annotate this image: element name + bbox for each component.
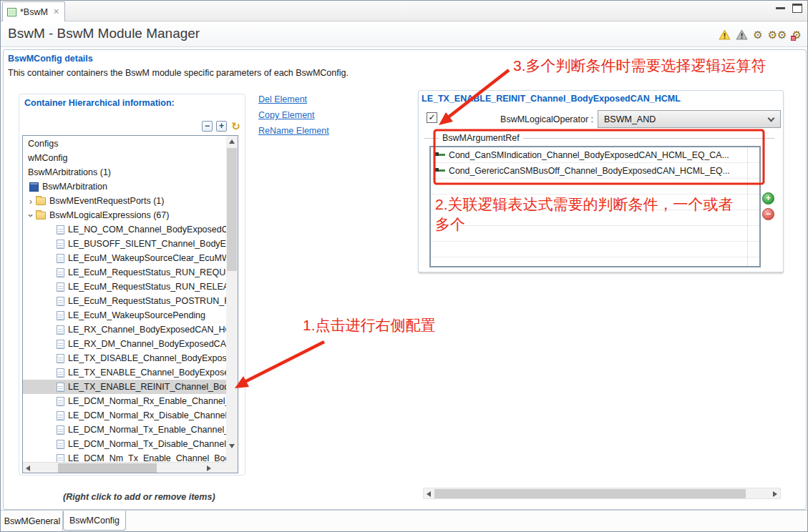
- tree-item[interactable]: LE_BUSOFF_SILENT_Channel_BodyExpo: [23, 237, 226, 251]
- tree-item[interactable]: LE_NO_COM_Channel_BodyExposedCA: [23, 222, 226, 237]
- tree-item[interactable]: LE_RX_Channel_BodyExposedCAN_HCM: [23, 322, 226, 337]
- scroll-left-icon[interactable]: [427, 491, 431, 497]
- warning-yellow-icon[interactable]: [719, 29, 731, 40]
- document-icon: [57, 397, 64, 406]
- remove-argument-button[interactable]: −: [762, 208, 774, 220]
- chevron-collapsed-icon[interactable]: ›: [26, 196, 36, 207]
- argument-row[interactable]: Cond_CanSMIndication_Channel_BodyExposed…: [431, 147, 759, 163]
- tree-item[interactable]: BswMArbitration: [23, 179, 226, 194]
- tree-hscroll-thumb[interactable]: [58, 463, 157, 473]
- tree-item[interactable]: LE_EcuM_WakeupSourcePending: [23, 308, 226, 322]
- tree-vscroll-thumb[interactable]: [227, 148, 237, 271]
- scroll-left-icon[interactable]: [26, 466, 30, 471]
- argument-ref-icon: [435, 168, 446, 174]
- tree-item[interactable]: LE_TX_DISABLE_Channel_BodyExposed: [23, 351, 226, 365]
- tree-item[interactable]: LE_DCM_Normal_Rx_Disable_Channel_E: [23, 408, 226, 423]
- argument-list-column-line: [747, 147, 748, 266]
- file-icon: [7, 8, 16, 16]
- collapse-all-icon[interactable]: −: [202, 121, 213, 132]
- folder-icon: [36, 212, 46, 220]
- tree-item[interactable]: LE_EcuM_WakeupSourceClear_EcuMW: [23, 251, 226, 265]
- gear-double-icon[interactable]: ⚙⚙: [768, 29, 787, 40]
- chevron-expanded-icon[interactable]: ›: [26, 210, 36, 221]
- tree-item-label: LE_TX_ENABLE_REINIT_Channel_BodyE: [68, 382, 226, 392]
- tree-item[interactable]: LE_EcuM_RequestStatus_RUN_REQUES: [23, 265, 226, 280]
- tab-bswmgeneral[interactable]: BswMGeneral: [2, 511, 63, 531]
- link-del-element[interactable]: Del Element: [258, 94, 329, 104]
- tree-header: Container Hierarchical information:: [24, 98, 175, 108]
- tree-item[interactable]: LE_DCM_Nm_Tx_Enable_Channel_Body: [23, 451, 226, 463]
- operator-select[interactable]: BSWM_AND: [598, 110, 781, 128]
- argument-label: Cond_CanSMIndication_Channel_BodyExposed…: [449, 150, 729, 160]
- tree-item[interactable]: LE_DCM_Normal_Tx_Enable_Channel_B: [23, 423, 226, 437]
- argument-row-empty[interactable]: [431, 179, 759, 194]
- document-icon: [57, 282, 64, 292]
- scroll-right-icon[interactable]: [207, 466, 211, 471]
- document-icon: [57, 440, 64, 449]
- argument-label: Cond_GerericCanSMBusOff_Channel_BodyExpo…: [449, 166, 730, 176]
- right-click-hint: (Right click to add or remove items): [63, 492, 215, 502]
- panel-horizontal-scrollbar[interactable]: [423, 488, 781, 499]
- folder-icon: [36, 197, 46, 205]
- panel-hscroll-thumb[interactable]: [434, 489, 746, 498]
- tree-item[interactable]: ›BswMLogicalExpressions (67): [23, 208, 226, 222]
- tab-bswmconfig[interactable]: BswMConfig: [63, 511, 126, 531]
- gear-refresh-icon[interactable]: ⚙: [753, 29, 762, 40]
- expand-all-icon[interactable]: +: [216, 121, 227, 132]
- tree-item-label: BswMEventRequestPorts (1): [49, 196, 164, 206]
- document-icon: [57, 383, 64, 392]
- document-icon: [57, 368, 64, 378]
- tree-item[interactable]: Configs: [23, 137, 226, 151]
- tree-item[interactable]: LE_TX_ENABLE_Channel_BodyExposed: [23, 365, 226, 380]
- document-icon: [57, 254, 64, 263]
- tree-item-label: LE_DCM_Normal_Rx_Enable_Channel_B: [68, 396, 226, 406]
- module-header: BswM - BswM Module Manager ⚙ ⚙⚙ ⚙: [1, 21, 808, 47]
- warning-gray-icon[interactable]: [736, 29, 748, 40]
- tree-item[interactable]: LE_DCM_Normal_Tx_Disable_Channel_E: [23, 437, 226, 451]
- tree-item[interactable]: wMConfig: [23, 151, 226, 165]
- section-description: This container containers the BswM modul…: [8, 68, 349, 78]
- logical-operator-checkbox[interactable]: ✓: [427, 112, 437, 123]
- document-icon: [57, 354, 64, 363]
- tree-item-label: LE_DCM_Normal_Tx_Disable_Channel_E: [68, 439, 226, 449]
- editor-tab-bswm[interactable]: *BswM ✕: [2, 1, 65, 21]
- scroll-down-icon[interactable]: [229, 444, 235, 448]
- tree-horizontal-scrollbar[interactable]: [23, 462, 227, 473]
- tree-item[interactable]: LE_EcuM_RequestStatus_RUN_RELEASE: [23, 280, 226, 294]
- refresh-icon[interactable]: ↻: [230, 121, 241, 132]
- document-icon: [57, 225, 64, 235]
- operator-label: BswMLogicalOperator :: [466, 114, 593, 124]
- tree-item[interactable]: LE_RX_DM_Channel_BodyExposedCAN: [23, 337, 226, 351]
- argument-row-empty[interactable]: [431, 242, 759, 257]
- document-icon: [57, 425, 64, 435]
- tree-item[interactable]: BswMArbitrations (1): [23, 165, 226, 179]
- argument-row[interactable]: Cond_GerericCanSMBusOff_Channel_BodyExpo…: [431, 163, 759, 179]
- minimize-icon[interactable]: [776, 7, 785, 9]
- bottom-tab-bar: BswMGeneral BswMConfig: [1, 510, 808, 532]
- tree-item-label: BswMArbitrations (1): [28, 167, 111, 177]
- element-actions: Del ElementCopy ElementReName Element: [258, 94, 329, 136]
- scroll-up-icon[interactable]: [229, 139, 235, 144]
- tree-vertical-scrollbar[interactable]: [226, 136, 238, 463]
- hierarchy-tree: ConfigswMConfigBswMArbitrations (1)BswMA…: [22, 135, 238, 473]
- tree-item[interactable]: LE_EcuM_RequestStatus_POSTRUN_RE: [23, 294, 226, 308]
- page-title: BswM - BswM Module Manager: [8, 26, 200, 41]
- close-icon[interactable]: ✕: [53, 7, 59, 16]
- document-icon: [57, 411, 64, 420]
- section-title: BswMConfig details: [8, 54, 93, 64]
- scroll-right-icon[interactable]: [773, 491, 777, 497]
- argument-group-label: BswMArgumentRef: [439, 133, 523, 143]
- tree-item-label: LE_NO_COM_Channel_BodyExposedCA: [68, 225, 226, 235]
- link-rename-element[interactable]: ReName Element: [258, 126, 329, 136]
- gear-grid-icon[interactable]: ⚙: [792, 29, 802, 40]
- tree-item-label: LE_TX_ENABLE_Channel_BodyExposed: [68, 368, 226, 378]
- tree-item[interactable]: ›BswMEventRequestPorts (1): [23, 194, 226, 208]
- link-copy-element[interactable]: Copy Element: [258, 110, 329, 120]
- tree-item[interactable]: LE_DCM_Normal_Rx_Enable_Channel_B: [23, 394, 226, 408]
- application-window: *BswM ✕ BswM - BswM Module Manager ⚙ ⚙⚙ …: [0, 0, 808, 532]
- tree-item-label: LE_DCM_Normal_Tx_Enable_Channel_B: [68, 425, 226, 435]
- maximize-icon[interactable]: [792, 4, 802, 13]
- argument-ref-icon: [435, 152, 446, 158]
- tree-item[interactable]: LE_TX_ENABLE_REINIT_Channel_BodyE: [23, 380, 226, 394]
- add-argument-button[interactable]: +: [762, 192, 774, 205]
